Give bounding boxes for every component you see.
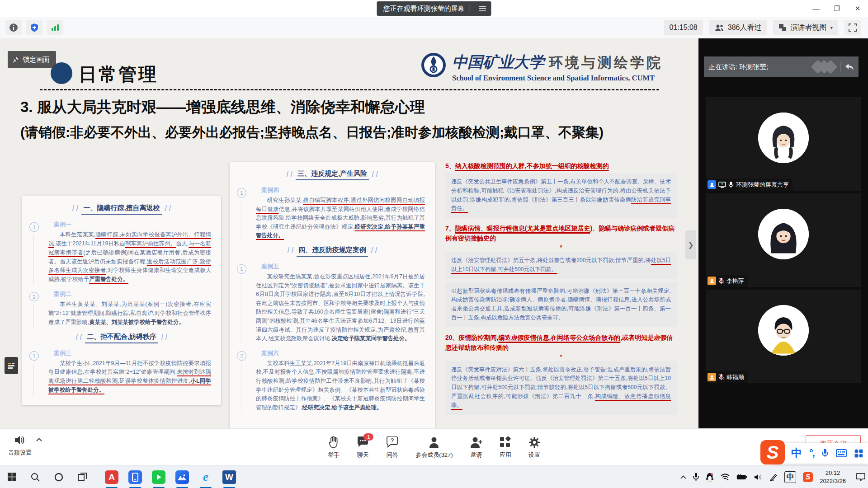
apps-button[interactable]: 应用 [500,435,511,459]
text-segment: 某校本科生王某某,2021年7月19日由南京禄口机场乘机抵昌后返校,不及时报告个… [256,360,425,411]
annotation-tools-tab[interactable] [5,357,18,374]
chat-icon: 1 [357,436,369,448]
ime-menu-icon[interactable] [854,449,863,458]
ime-punctuation-toggle[interactable]: °, [809,447,814,459]
sidebar-collapse-button[interactable]: ❯ [685,230,696,259]
taskbar-app-phone[interactable] [123,465,147,488]
video-tile-screen-share[interactable]: 环测张莹的屏幕共享 [706,97,861,191]
case-6: 2 案例六 某校本科生王某某,2021年7月19日由南京禄口机场乘机抵昌后返校,… [230,345,435,414]
pen-icon[interactable] [769,473,778,481]
text-segment: 20、疫情防控期间, [445,334,498,341]
view-mode-label: 演讲者视图 [790,23,826,33]
window-titlebar: 您正在观看环测张莹的屏幕 — ❐ ✕ [0,0,868,17]
banner-menu-icon[interactable] [474,1,491,16]
chat-button[interactable]: 1 聊天 [357,435,369,459]
taskbar-app-a[interactable]: A [100,465,123,488]
university-emblem-icon [420,52,447,78]
back-arrow-icon[interactable] [845,63,854,70]
action-center-icon[interactable] [856,473,865,481]
topbar-right: 01:15:08 386人看过 演讲者视图 ▾ [664,20,861,35]
case-label: 案例五 [261,263,425,271]
viewers-button[interactable]: 386人看过 [709,20,767,35]
case-label: 案例三 [54,349,211,357]
member-icon [708,373,716,381]
slide-card-middle: 三、违反规定,产生风险 1 案例四 研究生孙某某,擅自编写脚本程序,通过外网访问… [230,162,435,428]
text-segment: 隐瞒病情、瞒报行程信息(尤其是重点地区旅居史 [455,225,590,232]
tray-qq-icon[interactable] [706,473,714,482]
wifi-icon[interactable] [721,474,730,481]
cortana-icon[interactable] [47,465,71,488]
sogou-tray-icon[interactable]: S [803,472,813,482]
department-name: 环境与测绘学院 [549,53,663,72]
pin-icon [12,56,19,63]
network-signal-icon[interactable] [47,20,63,35]
view-mode-dropdown[interactable]: 演讲者视图 ▾ [773,20,838,35]
avatar [758,113,809,163]
text-segment: 黄某某、刘某某被学校给予警告处分。 [89,319,184,325]
meeting-toolbar-center: 举手 1 聊天 ? 问答 参会成员(327) 邀请 [0,429,868,465]
desktop: { "window": { "watch_banner": "您正在观看环测张莹… [0,0,868,488]
member-icon [708,180,716,189]
text-segment: 驾车离沪前往苏州。 [125,240,176,247]
task-view-icon[interactable] [71,465,94,488]
participants-button[interactable]: 参会成员(327) [415,435,453,459]
case-1: 1 案例一 本科生范某某,隐瞒行踪,未如实向学校报备离沪外出、行程情况,该生于2… [22,216,221,286]
ime-mode-toggle[interactable]: 中 [791,446,802,460]
case-number: 2 [29,292,39,301]
close-button[interactable]: ✕ [847,0,868,17]
avatar [758,209,809,259]
speaker-avatars [816,62,835,72]
lock-screen-button[interactable]: 锁定画面 [8,51,56,68]
hidden-icons-chevron[interactable] [680,475,686,479]
law-item-5: 5、纳入核酸检测范围的人群,不参加统一组织的核酸检测的 违反《突发公共卫生事件应… [445,161,677,218]
text-segment: 当天, [176,240,189,247]
case-label: 案例六 [261,349,425,357]
video-tile-participant[interactable]: 韩福顺 [706,290,861,383]
ime-voice-icon[interactable] [821,448,829,458]
taskbar-app-ie[interactable]: e [194,465,217,488]
start-button[interactable] [0,465,24,488]
taskbar-app-iqiyi[interactable] [147,465,170,488]
maximize-button[interactable]: ❐ [826,0,847,17]
law-header: 5、纳入核酸检测范围的人群,不参加统一组织的核酸检测的 [445,161,677,171]
case-text: 某校本科生王某某,2021年7月19日由南京禄口机场乘机抵昌后返校,不及时报告个… [256,359,425,413]
section-4-header: 四、违反防疫规定案例 [230,246,435,257]
windows-taskbar: A e W 中 S 20:12 2022/3/26 [0,465,868,488]
video-tile-participant[interactable]: 李艳萍 [706,193,861,287]
qna-button[interactable]: ? 问答 [386,435,398,459]
search-icon[interactable] [24,465,47,488]
case-label: 案例一 [54,221,211,229]
volume-icon[interactable] [754,474,763,481]
case-number: 1 [237,188,246,197]
tile-label: 环测张莹的屏幕共享 [706,178,793,191]
input-mode-indicator[interactable]: 中 [784,471,796,483]
law-body: 违反《突发公共卫生事件应急条例》第五十一条,有关单位和个人不配合调查、采样、技术… [445,173,677,218]
taskbar-app-word[interactable]: W [217,465,241,488]
sogou-logo-icon[interactable]: S [760,440,785,465]
slide-subheading: (请销假:非必要不外出、必要外出必报告;坚持晚点名、日报告;准时参加核酸检测;戴… [20,123,604,142]
meeting-topbar: 01:15:08 386人看过 演讲者视图 ▾ [0,17,868,39]
lock-screen-label: 锁定画面 [23,56,50,64]
taskbar-app-meeting[interactable] [170,465,194,488]
participants-sidebar: 正在讲话: 环测张莹; [698,38,868,428]
clock-date: 2022/3/26 [820,477,846,485]
text-segment: 严重警告处分。 [89,276,128,282]
clock-time: 20:12 [820,469,846,477]
minimize-button[interactable]: — [806,0,826,17]
fullscreen-button[interactable] [844,20,861,35]
taskbar-clock[interactable]: 20:12 2022/3/26 [820,469,846,485]
invite-button[interactable]: 邀请 [470,435,482,459]
tray-mic-icon[interactable] [693,473,699,481]
security-shield-icon[interactable] [26,20,42,35]
meeting-info-icon[interactable] [5,20,22,35]
watching-banner-text: 您正在观看环测张莹的屏幕 [383,5,465,13]
ime-keyboard-icon[interactable] [836,449,847,457]
raise-hand-button[interactable]: 举手 [328,435,340,459]
battery-icon[interactable] [736,474,747,480]
participants-icon [429,436,439,448]
case-number: 1 [29,351,39,361]
settings-button[interactable]: 设置 [528,435,540,459]
invite-icon [470,436,482,448]
speaking-text: 正在讲话: 环测张莹; [708,63,769,71]
university-name-en: School of Environment Science and Spatia… [452,74,663,83]
